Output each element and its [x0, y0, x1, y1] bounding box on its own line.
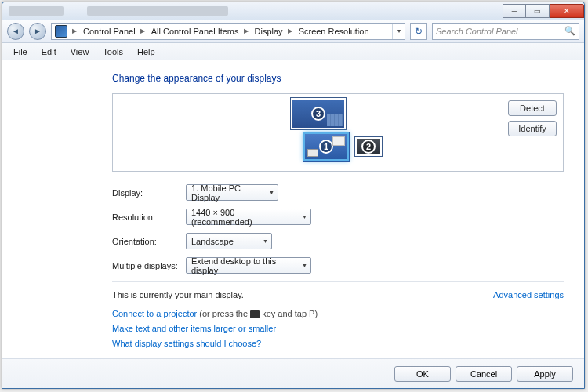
titlebar: ─ ▭ ✕	[2, 2, 584, 20]
breadcrumb-segment[interactable]: Screen Resolution	[294, 24, 372, 39]
control-panel-icon	[55, 25, 67, 38]
menu-view[interactable]: View	[64, 45, 96, 58]
window-frame: ─ ▭ ✕ ◄ ► ▶ Control Panel▶ All Control P…	[2, 2, 585, 389]
navigation-bar: ◄ ► ▶ Control Panel▶ All Control Panel I…	[2, 20, 584, 43]
display-select[interactable]: 1. Mobile PC Display	[186, 184, 278, 201]
advanced-settings-link[interactable]: Advanced settings	[493, 290, 564, 299]
identify-button[interactable]: Identify	[508, 121, 557, 136]
resolution-select[interactable]: 1440 × 900 (recommended)	[186, 209, 311, 225]
ok-button[interactable]: OK	[394, 366, 451, 382]
forward-button[interactable]: ►	[29, 23, 46, 40]
projector-hint-post: key and tap P)	[260, 309, 318, 318]
windows-key-icon	[250, 310, 260, 318]
display-label: Display:	[112, 188, 186, 198]
search-placeholder: Search Control Panel	[436, 27, 518, 36]
close-button[interactable]: ✕	[550, 4, 584, 18]
detect-button[interactable]: Detect	[508, 100, 557, 116]
menu-file[interactable]: File	[7, 45, 34, 58]
monitor-1-selected[interactable]: 1	[303, 132, 349, 161]
orientation-select[interactable]: Landscape	[186, 233, 272, 249]
menu-bar: File Edit View Tools Help	[2, 43, 584, 60]
main-display-status: This is currently your main display.	[112, 290, 244, 299]
address-bar[interactable]: ▶ Control Panel▶ All Control Panel Items…	[51, 23, 405, 40]
multiple-displays-select[interactable]: Extend desktop to this display	[186, 257, 311, 274]
maximize-button[interactable]: ▭	[526, 4, 550, 18]
back-button[interactable]: ◄	[7, 23, 24, 40]
text-size-link[interactable]: Make text and other items larger or smal…	[112, 324, 276, 333]
which-settings-link[interactable]: What display settings should I choose?	[112, 339, 261, 348]
resolution-label: Resolution:	[112, 212, 186, 222]
address-dropdown[interactable]: ▾	[392, 24, 405, 39]
connect-projector-link[interactable]: Connect to a projector	[112, 309, 197, 318]
refresh-button[interactable]: ↻	[410, 23, 427, 40]
menu-tools[interactable]: Tools	[96, 45, 129, 58]
menu-help[interactable]: Help	[131, 45, 162, 58]
monitor-2[interactable]: 2	[355, 137, 382, 156]
display-arrangement-box[interactable]: Detect Identify 3 1 2	[112, 93, 564, 172]
multiple-displays-label: Multiple displays:	[112, 261, 186, 270]
breadcrumb-segment[interactable]: Display	[250, 24, 286, 39]
menu-edit[interactable]: Edit	[35, 45, 63, 58]
breadcrumb-segment[interactable]: Control Panel	[78, 24, 139, 39]
footer-bar: OK Cancel Apply	[2, 358, 584, 388]
cancel-button[interactable]: Cancel	[456, 366, 512, 382]
content-area: Change the appearance of your displays D…	[2, 60, 584, 358]
orientation-label: Orientation:	[112, 237, 186, 246]
apply-button[interactable]: Apply	[517, 366, 573, 382]
search-icon: 🔍	[564, 26, 575, 36]
search-input[interactable]: Search Control Panel 🔍	[432, 23, 579, 40]
page-title: Change the appearance of your displays	[112, 73, 564, 84]
monitor-3[interactable]: 3	[291, 98, 346, 129]
minimize-button[interactable]: ─	[503, 4, 526, 18]
projector-hint-pre: (or press the	[197, 309, 250, 318]
breadcrumb-segment[interactable]: All Control Panel Items	[147, 24, 242, 39]
